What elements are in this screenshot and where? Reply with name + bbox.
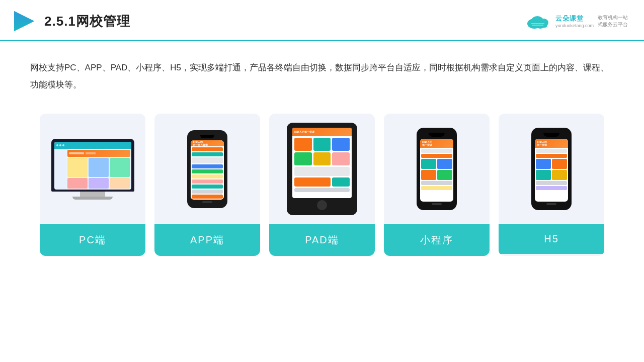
card-miniprogram-label: 小程序: [384, 224, 490, 256]
card-app-label: APP端: [154, 224, 260, 256]
logo-name: 云朵课堂: [555, 14, 594, 23]
card-pc: PC端: [40, 114, 145, 256]
card-pad-image: 职途人的第一堂课: [269, 114, 375, 224]
card-pad-label: PAD端: [269, 224, 375, 256]
play-icon: [12, 9, 36, 33]
description-text: 网校支持PC、APP、PAD、小程序、H5，实现多端打通，产品各终端自由切换，数…: [0, 41, 644, 104]
logo-cloud-icon: [524, 13, 551, 30]
h5-phone-mockup: 职途人的第一堂课: [531, 128, 572, 210]
card-pc-label: PC端: [40, 224, 145, 256]
card-h5-label: H5: [499, 224, 604, 254]
pc-monitor-mockup: [51, 139, 134, 200]
card-miniprogram: 职途人的第一堂课: [384, 114, 490, 256]
card-app-image: 职途人的第一堂兴趣课: [154, 114, 260, 224]
logo-area: 云朵课堂 yunduoketang.com 教育机构一站式服务云平台: [524, 13, 628, 30]
card-h5: 职途人的第一堂课: [499, 114, 604, 256]
card-miniprogram-image: 职途人的第一堂课: [384, 114, 490, 224]
header: 2.5.1网校管理 云朵课堂: [0, 0, 644, 41]
miniprogram-phone-mockup: 职途人的第一堂课: [417, 128, 457, 210]
logo-slogan: 教育机构一站式服务云平台: [598, 14, 628, 28]
page-title: 2.5.1网校管理: [44, 13, 130, 30]
app-phone-mockup: 职途人的第一堂兴趣课: [187, 130, 227, 208]
card-h5-image: 职途人的第一堂课: [499, 114, 604, 224]
card-app: 职途人的第一堂兴趣课: [154, 114, 260, 256]
header-left: 2.5.1网校管理: [12, 9, 130, 33]
card-pad: 职途人的第一堂课: [269, 114, 375, 256]
device-cards: PC端 职途人的第一堂兴趣课: [0, 109, 644, 261]
svg-marker-1: [14, 11, 34, 31]
pad-tablet-mockup: 职途人的第一堂课: [287, 123, 357, 215]
card-pc-image: [40, 114, 145, 224]
logo-domain: yunduoketang.com: [555, 23, 594, 28]
